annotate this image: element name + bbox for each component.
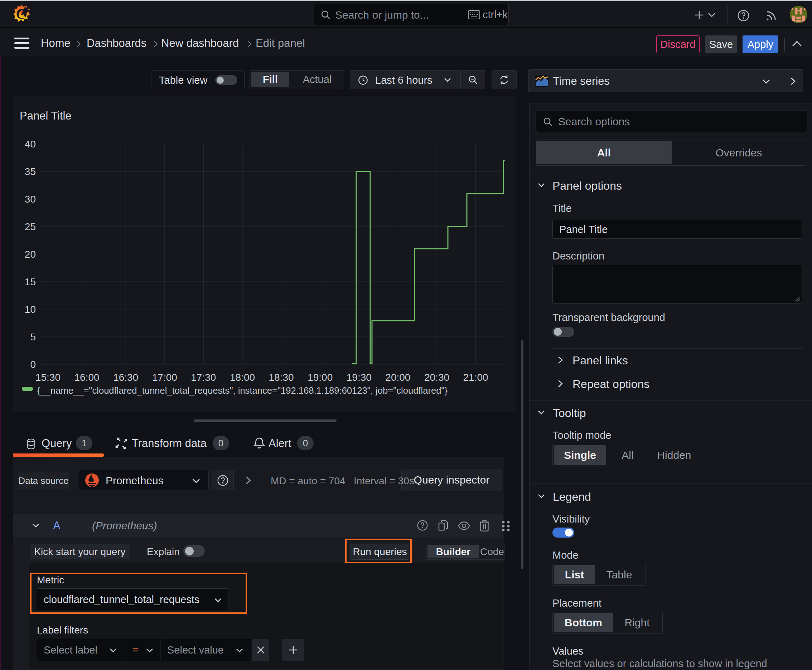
svg-text:18:30: 18:30	[269, 372, 294, 383]
svg-text:35: 35	[25, 166, 36, 177]
svg-text:20: 20	[25, 249, 36, 260]
svg-text:20:30: 20:30	[424, 372, 449, 383]
svg-text:15:30: 15:30	[36, 372, 61, 383]
svg-text:19:00: 19:00	[308, 372, 332, 383]
svg-text:15: 15	[25, 276, 36, 288]
svg-text:10: 10	[25, 304, 36, 315]
svg-text:25: 25	[25, 221, 36, 232]
svg-text:20:00: 20:00	[385, 372, 410, 383]
svg-text:5: 5	[30, 332, 36, 342]
svg-text:16:30: 16:30	[113, 372, 138, 383]
svg-text:19:30: 19:30	[347, 372, 371, 383]
svg-text:21:00: 21:00	[463, 372, 488, 383]
svg-text:17:30: 17:30	[191, 372, 216, 383]
svg-text:17:00: 17:00	[152, 372, 177, 383]
svg-text:0: 0	[30, 359, 36, 370]
svg-text:16:00: 16:00	[75, 372, 100, 383]
svg-text:40: 40	[25, 139, 36, 150]
svg-text:30: 30	[25, 194, 36, 205]
svg-text:{__name__="cloudflared_tunnel_: {__name__="cloudflared_tunnel_total_requ…	[37, 385, 448, 396]
svg-text:18:00: 18:00	[230, 372, 255, 383]
